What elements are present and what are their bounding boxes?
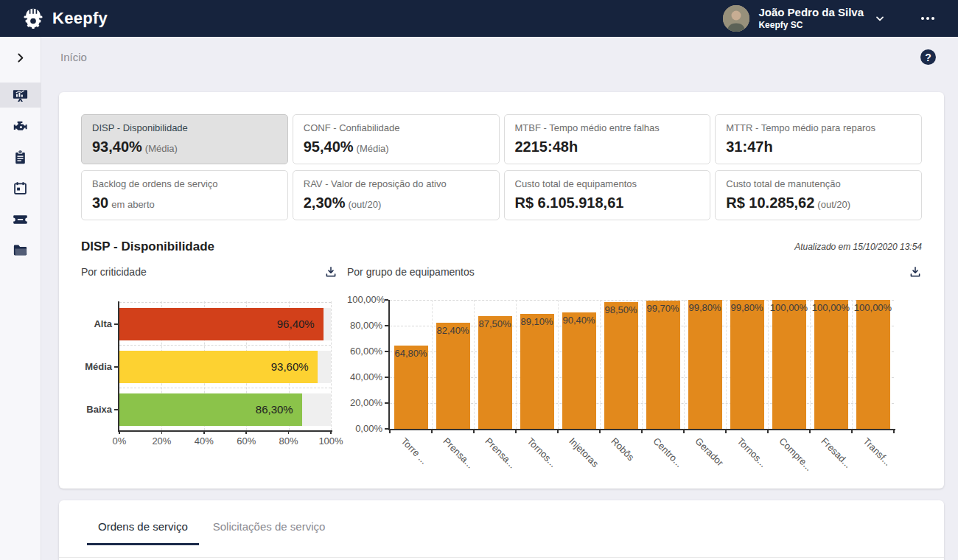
kpi-card[interactable]: MTBF - Tempo médio entre falhas2215:48h (504, 114, 711, 164)
section-title: DISP - Disponibilidade (81, 239, 214, 254)
bar-value-label: 90,40% (553, 315, 605, 326)
chart-groups-title: Por grupo de equipamentos (347, 266, 475, 278)
bar[interactable] (520, 314, 554, 429)
kpi-suffix: em aberto (111, 199, 155, 210)
kpi-value: R$ 6.105.918,61 (515, 195, 700, 211)
kpi-label: Custo total de manutenção (726, 178, 911, 189)
download-icon[interactable] (909, 265, 922, 279)
y-tick-label: 20,00% (347, 397, 382, 408)
brand-logo[interactable]: Keepfy (21, 6, 108, 31)
user-avatar[interactable] (723, 5, 749, 32)
kpi-card[interactable]: MTTR - Tempo médio para reparos31:47h (715, 114, 922, 164)
kpi-label: Custo total de equipamentos (515, 178, 700, 189)
y-tick-label: 40,00% (347, 371, 382, 382)
kpi-label: CONF - Confiabilidade (304, 122, 489, 133)
bar-value-label: 100,00% (847, 302, 899, 313)
kpi-card[interactable]: CONF - Confiabilidade95,40%(Média) (293, 114, 500, 164)
category-label: Fresad... (819, 435, 853, 470)
x-tick-label: 20% (145, 435, 178, 447)
bar[interactable] (730, 300, 764, 429)
kpi-suffix: (Média) (357, 143, 389, 154)
y-tick-label: 100,00% (347, 294, 382, 305)
category-label: Prensa... (441, 435, 475, 470)
category-label: Torre ... (399, 435, 430, 466)
dashboard-icon (12, 87, 29, 104)
bar[interactable] (856, 300, 890, 429)
bar[interactable] (772, 300, 806, 429)
bar[interactable] (604, 302, 638, 429)
sidebar-item-dashboard[interactable] (0, 83, 41, 108)
grid-line (119, 345, 331, 346)
user-menu-chevron-down-icon[interactable] (874, 13, 886, 24)
kpi-card[interactable]: DISP - Disponibilidade93,40%(Média) (81, 114, 288, 164)
axis-tick (851, 430, 853, 433)
bar[interactable] (436, 323, 470, 429)
bar[interactable] (814, 300, 848, 429)
breadcrumb-bar: Início ? (41, 37, 958, 77)
category-label: Gerador (693, 435, 725, 468)
axis-tick (389, 430, 391, 433)
grid-line (642, 300, 643, 429)
grid-line (119, 388, 331, 388)
kpi-card[interactable]: RAV - Valor de reposição do ativo2,30%(o… (293, 170, 500, 220)
kpi-value: 2215:48h (515, 139, 700, 155)
ticket-icon (12, 211, 29, 228)
user-name: João Pedro da Silva (758, 6, 864, 20)
category-label: Compre... (777, 435, 814, 473)
x-tick-label: 100% (315, 435, 347, 447)
bar-value-label: 64,80% (385, 348, 437, 359)
kpi-label: MTTR - Tempo médio para reparos (726, 122, 911, 133)
sidebar-nav (0, 37, 41, 560)
tab-ordens-de-servico[interactable]: Ordens de serviço (87, 519, 199, 545)
axis-tick (557, 430, 559, 433)
x-tick-label: 0% (103, 435, 136, 447)
more-options-ellipsis-icon[interactable] (917, 13, 939, 24)
sidebar-expand-chevron-right-icon[interactable] (14, 50, 27, 65)
kpi-card[interactable]: Custo total de manutençãoR$ 10.285,62(ou… (715, 170, 922, 220)
y-tick-label: 0,00% (347, 423, 382, 434)
sidebar-item-equipments[interactable] (0, 113, 41, 139)
kpi-value: 95,40%(Média) (304, 139, 489, 155)
category-label: Robôs (609, 435, 636, 463)
kpi-value: 30em aberto (92, 195, 277, 211)
axis-tick (515, 430, 517, 433)
chart-criticality: Por criticidade 0%20%40%60%80%100%Alta96… (81, 263, 338, 478)
category-label: Tornos... (735, 435, 769, 469)
calendar-icon (13, 181, 28, 196)
user-info[interactable]: João Pedro da Silva Keepfy SC (758, 6, 864, 31)
x-axis-line (118, 430, 332, 432)
chart-criticality-title: Por criticidade (81, 266, 147, 278)
category-label: Tornos... (525, 435, 559, 469)
sidebar-item-work-orders[interactable] (0, 144, 41, 169)
kpi-card[interactable]: Custo total de equipamentosR$ 6.105.918,… (504, 170, 711, 220)
grid-line (852, 300, 853, 429)
grid-line (726, 300, 727, 429)
service-tabs: Ordens de serviço Solicitações de serviç… (87, 519, 944, 545)
y-axis-line (388, 300, 390, 429)
tab-solicitacoes-de-servico[interactable]: Solicitações de serviço (202, 519, 337, 545)
bar[interactable] (646, 301, 680, 429)
breadcrumb[interactable]: Início (60, 51, 87, 63)
folder-icon (12, 242, 29, 259)
chart-equipment-groups: Por grupo de equipamentos 0,00%20,00%40,… (347, 263, 922, 478)
category-tick (114, 409, 118, 410)
help-icon[interactable]: ? (920, 49, 936, 65)
category-label: Transf... (861, 435, 893, 468)
category-label: Média (81, 351, 112, 383)
category-label: Prensa... (483, 435, 517, 470)
sidebar-item-requests[interactable] (0, 206, 41, 231)
app-header: Keepfy João Pedro da Silva Keepfy SC (0, 0, 958, 37)
download-icon[interactable] (324, 265, 338, 279)
kpi-label: RAV - Valor de reposição do ativo (304, 178, 489, 189)
kpi-value: R$ 10.285,62(out/20) (726, 195, 911, 211)
kpi-card[interactable]: Backlog de ordens de serviço30em aberto (81, 170, 288, 220)
sidebar-item-files[interactable] (0, 237, 41, 262)
grid-line (810, 300, 811, 429)
kpi-label: DISP - Disponibilidade (92, 122, 277, 133)
sidebar-item-calendar[interactable] (0, 175, 41, 200)
bar[interactable] (478, 316, 512, 429)
axis-tick (725, 430, 727, 433)
axis-tick (893, 430, 895, 433)
bar[interactable] (562, 312, 596, 429)
bar[interactable] (688, 300, 722, 429)
